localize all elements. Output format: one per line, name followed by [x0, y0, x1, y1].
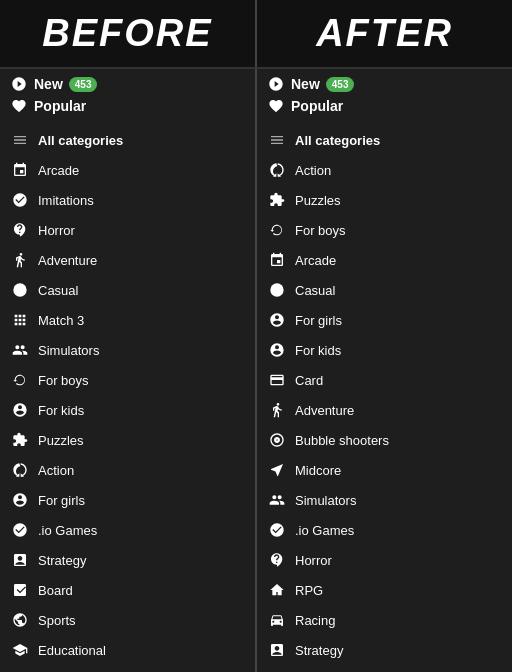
- right-cat-simulators[interactable]: Simulators: [257, 485, 512, 515]
- right-heart-icon: [267, 97, 285, 115]
- left-cat-horror[interactable]: Horror: [0, 215, 255, 245]
- right-cat-horror-label: Horror: [295, 553, 332, 568]
- left-cat-sports[interactable]: Sports: [0, 605, 255, 635]
- right-arcade-icon: [267, 250, 287, 270]
- right-all-categories-label: All categories: [295, 133, 380, 148]
- left-new-label: New: [34, 76, 63, 92]
- main-content: New 453 Popular All categories: [0, 69, 512, 672]
- right-category-list: Action Puzzles For boys Arcade Casual: [257, 155, 512, 672]
- left-cat-arcade-label: Arcade: [38, 163, 79, 178]
- left-cat-educational[interactable]: Educational: [0, 635, 255, 665]
- right-cat-action[interactable]: Action: [257, 155, 512, 185]
- header: BEFORE AfteR: [0, 0, 512, 69]
- right-cat-puzzles[interactable]: Puzzles: [257, 185, 512, 215]
- left-cat-simulators-label: Simulators: [38, 343, 99, 358]
- left-cat-action[interactable]: Action: [0, 455, 255, 485]
- right-cat-strategy[interactable]: Strategy: [257, 635, 512, 665]
- right-cat-match3[interactable]: Match 3: [257, 665, 512, 672]
- right-forgirls-icon: [267, 310, 287, 330]
- left-cat-forgirls-label: For girls: [38, 493, 85, 508]
- right-cat-casual[interactable]: Casual: [257, 275, 512, 305]
- left-cat-board-label: Board: [38, 583, 73, 598]
- right-column: New 453 Popular All categories: [257, 69, 512, 672]
- action-icon: [10, 460, 30, 480]
- right-list-icon: [267, 130, 287, 150]
- right-cat-arcade[interactable]: Arcade: [257, 245, 512, 275]
- left-cat-puzzles[interactable]: Puzzles: [0, 425, 255, 455]
- right-cat-rpg-label: RPG: [295, 583, 323, 598]
- right-iogames-icon: [267, 520, 287, 540]
- forgirls-icon: [10, 490, 30, 510]
- right-horror-icon: [267, 550, 287, 570]
- left-all-categories-label: All categories: [38, 133, 123, 148]
- left-cat-adventure[interactable]: Adventure: [0, 245, 255, 275]
- left-cat-forgirls[interactable]: For girls: [0, 485, 255, 515]
- left-cat-iogames[interactable]: .io Games: [0, 515, 255, 545]
- left-cat-adventure-label: Adventure: [38, 253, 97, 268]
- right-all-categories[interactable]: All categories: [257, 125, 512, 155]
- left-cat-arcade[interactable]: Arcade: [0, 155, 255, 185]
- svg-point-0: [13, 283, 26, 296]
- left-popular-button[interactable]: Popular: [10, 97, 86, 115]
- right-cat-iogames[interactable]: .io Games: [257, 515, 512, 545]
- left-cat-iogames-label: .io Games: [38, 523, 97, 538]
- right-rocket-icon: [267, 75, 285, 93]
- right-nav-row: New 453: [267, 75, 502, 93]
- left-nav-row: New 453: [10, 75, 245, 93]
- board-icon: [10, 580, 30, 600]
- puzzles-icon: [10, 430, 30, 450]
- before-label: BEFORE: [42, 12, 212, 55]
- right-cat-forgirls-label: For girls: [295, 313, 342, 328]
- right-card-icon: [267, 370, 287, 390]
- right-popular-button[interactable]: Popular: [267, 97, 343, 115]
- left-popular-label: Popular: [34, 98, 86, 114]
- left-cat-match3[interactable]: Match 3: [0, 305, 255, 335]
- right-cat-adventure-label: Adventure: [295, 403, 354, 418]
- adventure-icon: [10, 250, 30, 270]
- right-cat-racing[interactable]: Racing: [257, 605, 512, 635]
- left-top-bar: New 453 Popular: [0, 69, 255, 125]
- arcade-icon: [10, 160, 30, 180]
- right-cat-card-label: Card: [295, 373, 323, 388]
- right-casual-icon: [267, 280, 287, 300]
- left-cat-imitations[interactable]: Imitations: [0, 185, 255, 215]
- left-new-badge: 453: [69, 77, 98, 92]
- right-cat-forboys[interactable]: For boys: [257, 215, 512, 245]
- left-new-button[interactable]: New 453: [10, 75, 97, 93]
- right-cat-horror[interactable]: Horror: [257, 545, 512, 575]
- right-cat-racing-label: Racing: [295, 613, 335, 628]
- right-cat-midcore[interactable]: Midcore: [257, 455, 512, 485]
- right-cat-forkids[interactable]: For kids: [257, 335, 512, 365]
- right-action-icon: [267, 160, 287, 180]
- right-cat-casual-label: Casual: [295, 283, 335, 298]
- right-new-button[interactable]: New 453: [267, 75, 354, 93]
- right-cat-bubbleshooters-label: Bubble shooters: [295, 433, 389, 448]
- left-all-categories[interactable]: All categories: [0, 125, 255, 155]
- heart-icon: [10, 97, 28, 115]
- left-cat-forboys[interactable]: For boys: [0, 365, 255, 395]
- sports-icon: [10, 610, 30, 630]
- right-cat-adventure[interactable]: Adventure: [257, 395, 512, 425]
- forkids-icon: [10, 400, 30, 420]
- forboys-icon: [10, 370, 30, 390]
- right-cat-forgirls[interactable]: For girls: [257, 305, 512, 335]
- left-cat-strategy[interactable]: Strategy: [0, 545, 255, 575]
- right-cat-card[interactable]: Card: [257, 365, 512, 395]
- left-cat-puzzles-label: Puzzles: [38, 433, 84, 448]
- right-cat-iogames-label: .io Games: [295, 523, 354, 538]
- left-cat-midcore[interactable]: Midcore: [0, 665, 255, 672]
- left-cat-board[interactable]: Board: [0, 575, 255, 605]
- right-top-bar: New 453 Popular: [257, 69, 512, 125]
- right-cat-rpg[interactable]: RPG: [257, 575, 512, 605]
- left-cat-match3-label: Match 3: [38, 313, 84, 328]
- left-cat-action-label: Action: [38, 463, 74, 478]
- left-column: New 453 Popular All categories: [0, 69, 257, 672]
- right-cat-bubbleshooters[interactable]: Bubble shooters: [257, 425, 512, 455]
- left-cat-casual[interactable]: Casual: [0, 275, 255, 305]
- right-strategy-icon: [267, 640, 287, 660]
- left-cat-forkids[interactable]: For kids: [0, 395, 255, 425]
- right-cat-simulators-label: Simulators: [295, 493, 356, 508]
- left-cat-simulators[interactable]: Simulators: [0, 335, 255, 365]
- right-forkids-icon: [267, 340, 287, 360]
- left-cat-educational-label: Educational: [38, 643, 106, 658]
